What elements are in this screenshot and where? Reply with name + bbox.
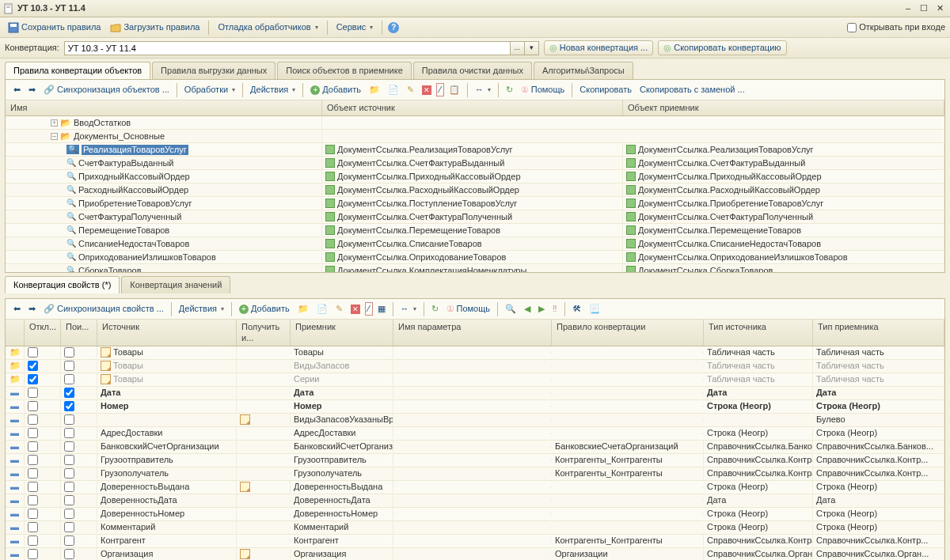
table-row[interactable]: 🔍 СчетФактураПолученный ДокументСсылка.С…: [6, 210, 944, 224]
sync-properties-button[interactable]: 🔗Синхронизация свойств ...: [40, 302, 167, 316]
tools-icon[interactable]: 🛠: [569, 302, 584, 316]
add-item-icon[interactable]: 📄: [314, 302, 331, 316]
off-checkbox[interactable]: [28, 428, 38, 438]
tab-algorithms-queries[interactable]: Алгоритмы\Запросы: [534, 62, 633, 79]
delete-icon[interactable]: ✕: [348, 303, 363, 316]
objects-grid-body[interactable]: + 📂 ВводОстатков – 📂 Документы_Основные …: [6, 116, 944, 272]
add-folder-icon[interactable]: 📁: [294, 302, 312, 316]
debug-handlers-menu[interactable]: Отладка обработчиков: [215, 21, 321, 34]
search-checkbox[interactable]: [64, 401, 74, 411]
table-row[interactable]: 🔍 ПриходныйКассовыйОрдер ДокументСсылка.…: [6, 170, 944, 184]
table-row[interactable]: ▬ Контрагент Контрагент Контрагенты_Конт…: [6, 535, 944, 548]
toggle-icon[interactable]: ⁄: [436, 83, 444, 96]
table-row[interactable]: 🔍 РеализацияТоваровУслуг ДокументСсылка.…: [6, 143, 944, 157]
search-checkbox[interactable]: [64, 509, 74, 519]
table-row[interactable]: 🔍 ПеремещениеТоваров ДокументСсылка.Пере…: [6, 224, 944, 237]
next-icon[interactable]: ▶: [535, 302, 548, 316]
col-source-type[interactable]: Тип источника: [704, 320, 813, 345]
delete-icon[interactable]: ✕: [419, 84, 435, 96]
table-row[interactable]: 📁 Товары ВидыЗапасов Табличная часть Таб…: [6, 360, 944, 373]
off-checkbox[interactable]: [28, 441, 38, 452]
nav-right-icon[interactable]: ➡: [25, 302, 39, 316]
search-checkbox[interactable]: [64, 468, 74, 479]
table-row[interactable]: ▬ Организация Организация Организации Сп…: [6, 548, 944, 560]
load-rules-button[interactable]: Загрузить правила: [107, 21, 203, 35]
table-row[interactable]: ▬ ДоверенностьВыдана ДоверенностьВыдана …: [6, 481, 944, 494]
minimize-button[interactable]: –: [901, 2, 915, 15]
off-checkbox[interactable]: [28, 414, 38, 425]
table-row[interactable]: – 📂 Документы_Основные: [6, 130, 944, 143]
sync-objects-button[interactable]: 🔗Синхронизация объектов ...: [40, 83, 173, 96]
col-destination[interactable]: Приемник: [291, 320, 393, 345]
search-checkbox[interactable]: [64, 455, 74, 465]
refresh-icon[interactable]: ↻: [503, 83, 516, 96]
search-checkbox[interactable]: [64, 388, 74, 398]
off-checkbox[interactable]: [28, 388, 38, 398]
combo-ellipsis[interactable]: ...: [511, 41, 525, 55]
search-checkbox[interactable]: [64, 535, 74, 546]
table-row[interactable]: ▬ ДоверенностьДата ДоверенностьДата Дата…: [6, 494, 944, 508]
off-checkbox[interactable]: [28, 468, 38, 479]
copy-button[interactable]: Скопировать: [576, 83, 635, 96]
off-checkbox[interactable]: [28, 535, 38, 546]
find-icon[interactable]: 🔍: [502, 302, 519, 316]
search-checkbox[interactable]: [64, 522, 74, 532]
table-row[interactable]: 🔍 РасходныйКассовыйОрдер ДокументСсылка.…: [6, 184, 944, 197]
tab-data-upload-rules[interactable]: Правила выгрузки данных: [152, 62, 276, 79]
nav-right-icon[interactable]: ➡: [25, 83, 39, 96]
nav-left-icon[interactable]: ⬅: [10, 302, 24, 316]
search-checkbox[interactable]: [64, 482, 74, 492]
table-row[interactable]: ▬ АдресДоставки АдресДоставки Строка (Не…: [6, 427, 944, 441]
off-checkbox[interactable]: [28, 401, 38, 411]
copy-with-replace-button[interactable]: Скопировать с заменой ...: [636, 83, 748, 96]
search-checkbox[interactable]: [64, 361, 74, 371]
tab-object-search[interactable]: Поиск объектов в приемнике: [277, 62, 412, 79]
service-menu[interactable]: Сервис: [333, 21, 377, 34]
table-row[interactable]: + 📂 ВводОстатков: [6, 116, 944, 130]
tab-value-conversion[interactable]: Конвертация значений: [121, 276, 230, 293]
off-checkbox[interactable]: [28, 374, 38, 384]
table-row[interactable]: 🔍 СчетФактураВыданный ДокументСсылка.Сче…: [6, 157, 944, 170]
col-name[interactable]: Имя: [6, 100, 322, 115]
open-on-enter-checkbox[interactable]: [847, 23, 857, 32]
table-icon[interactable]: ▦: [374, 302, 389, 316]
maximize-button[interactable]: ☐: [917, 2, 931, 15]
help-icon[interactable]: ?: [388, 22, 399, 33]
tab-object-conversion-rules[interactable]: Правила конвертации объектов: [5, 62, 150, 79]
nav-left-icon[interactable]: ⬅: [10, 83, 24, 96]
table-row[interactable]: ▬ Грузоотправитель Грузоотправитель Конт…: [6, 454, 944, 467]
off-checkbox[interactable]: [28, 482, 38, 492]
copy-conversion-button[interactable]: ◎Скопировать конвертацию: [658, 40, 786, 55]
search-checkbox[interactable]: [64, 495, 74, 505]
table-row[interactable]: ▬ БанковскийСчетОрганизации БанковскийСч…: [6, 441, 944, 454]
tab-data-cleanup-rules[interactable]: Правила очистки данных: [413, 62, 532, 79]
table-row[interactable]: ▬ Комментарий Комментарий Строка (Неогр)…: [6, 521, 944, 535]
add-button[interactable]: +Добавить: [307, 83, 364, 96]
refresh-icon[interactable]: ↻: [428, 302, 442, 316]
add-item-icon[interactable]: 📄: [385, 83, 402, 96]
search-checkbox[interactable]: [64, 347, 74, 358]
table-row[interactable]: ▬ ДоверенностьНомер ДоверенностьНомер Ст…: [6, 508, 944, 521]
table-row[interactable]: 📁 Товары Товары Табличная часть Таблична…: [6, 346, 944, 360]
conversion-combo[interactable]: ... ▾: [64, 41, 539, 55]
search-checkbox[interactable]: [64, 549, 74, 559]
help-button[interactable]: ①Помощь: [518, 83, 568, 96]
edit-icon[interactable]: ✎: [332, 302, 346, 316]
copy-icon[interactable]: 📋: [446, 83, 463, 96]
off-checkbox[interactable]: [28, 522, 38, 532]
col-target-type[interactable]: Тип приемника: [813, 320, 944, 345]
table-row[interactable]: ▬ Номер Номер Строка (Неогр) Строка (Нео…: [6, 400, 944, 414]
actions-menu[interactable]: Действия: [247, 83, 298, 96]
col-get[interactable]: Получить и...: [237, 320, 291, 345]
combo-expand[interactable]: ▾: [525, 41, 539, 55]
close-button[interactable]: ✕: [933, 2, 947, 15]
processing-menu[interactable]: Обработки: [181, 83, 238, 96]
table-row[interactable]: 🔍 СборкаТоваров ДокументСсылка.Комплекта…: [6, 264, 944, 272]
add-folder-icon[interactable]: 📁: [366, 83, 383, 96]
off-checkbox[interactable]: [28, 455, 38, 465]
doc-icon[interactable]: 📃: [586, 302, 603, 316]
table-row[interactable]: 🔍 ОприходованиеИзлишковТоваров ДокументС…: [6, 251, 944, 264]
table-row[interactable]: 🔍 ПриобретениеТоваровУслуг ДокументСсылк…: [6, 197, 944, 210]
table-row[interactable]: 🔍 СписаниеНедостачТоваров ДокументСсылка…: [6, 237, 944, 251]
save-rules-button[interactable]: Сохранить правила: [5, 21, 104, 35]
